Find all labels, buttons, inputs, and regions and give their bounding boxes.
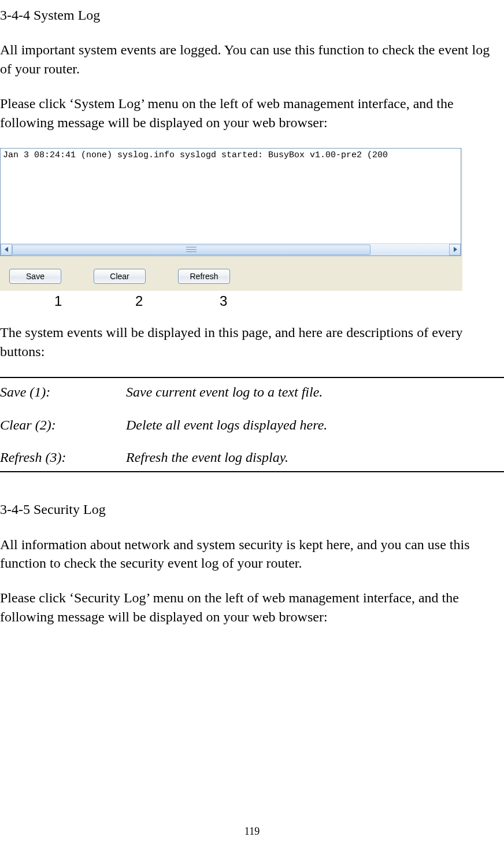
desc-refresh-label: Refresh (3):: [0, 448, 126, 466]
chevron-left-icon: [5, 247, 9, 252]
scroll-right-button[interactable]: [449, 244, 461, 256]
scroll-left-button[interactable]: [1, 244, 12, 256]
desc-refresh-row: Refresh (3): Refresh the event log displ…: [0, 448, 504, 466]
desc-save-row: Save (1): Save current event log to a te…: [0, 383, 504, 401]
events-paragraph: The system events will be displayed in t…: [0, 323, 504, 361]
desc-clear-label: Clear (2):: [0, 416, 126, 434]
system-log-screenshot: Jan 3 08:24:41 (none) syslog.info syslog…: [0, 148, 462, 291]
click-syslog-paragraph: Please click ‘System Log’ menu on the le…: [0, 94, 504, 132]
clear-button[interactable]: Clear: [94, 269, 146, 284]
desc-save-text: Save current event log to a text file.: [126, 383, 323, 401]
page-number: 119: [0, 824, 504, 838]
desc-clear-text: Delete all event logs displayed here.: [126, 416, 327, 434]
save-button[interactable]: Save: [9, 269, 61, 284]
callout-1: 1: [54, 292, 62, 310]
click-seclog-paragraph: Please click ‘Security Log’ menu on the …: [0, 588, 504, 626]
callout-2: 2: [135, 292, 143, 310]
button-callouts: 1 2 3: [0, 291, 504, 310]
scroll-thumb[interactable]: [12, 245, 370, 255]
desc-clear-row: Clear (2): Delete all event logs display…: [0, 416, 504, 434]
button-descriptions-table: Save (1): Save current event log to a te…: [0, 377, 504, 472]
desc-refresh-text: Refresh the event log display.: [126, 448, 288, 466]
log-line: Jan 3 08:24:41 (none) syslog.info syslog…: [1, 149, 461, 243]
horizontal-scrollbar[interactable]: [1, 243, 461, 256]
chevron-right-icon: [453, 247, 457, 252]
refresh-button[interactable]: Refresh: [178, 269, 230, 284]
callout-3: 3: [220, 292, 227, 310]
scroll-track[interactable]: [12, 244, 449, 256]
section-344-title: 3-4-4 System Log: [0, 6, 504, 24]
desc-save-label: Save (1):: [0, 383, 126, 401]
intro-paragraph: All important system events are logged. …: [0, 40, 504, 78]
security-intro-paragraph: All information about network and system…: [0, 535, 504, 573]
section-345-title: 3-4-5 Security Log: [0, 500, 504, 519]
button-row: Save Clear Refresh: [0, 256, 462, 284]
log-textarea[interactable]: Jan 3 08:24:41 (none) syslog.info syslog…: [0, 148, 461, 256]
